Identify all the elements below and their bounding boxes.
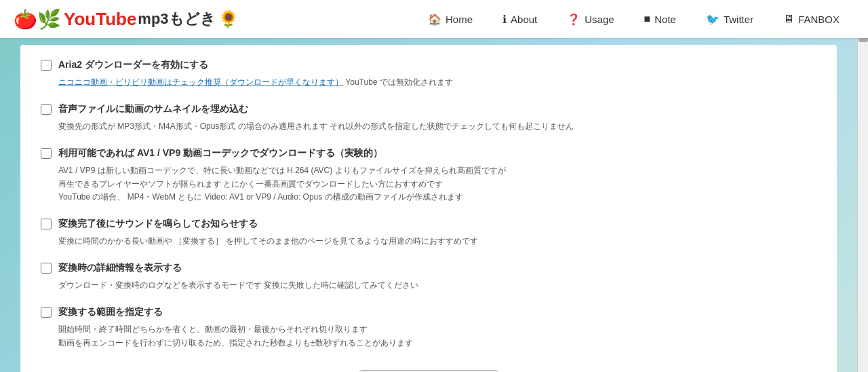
option-aria2-desc-text: YouTube では無効化されます (343, 77, 453, 87)
content-box: Aria2 ダウンローダーを有効にする ニコニコ動画・ビリビリ動画はチェック推奨… (20, 45, 837, 372)
option-sound-label: 変換完了後にサウンドを鳴らしてお知らせする (58, 217, 258, 231)
option-aria2-desc: ニコニコ動画・ビリビリ動画はチェック推奨（ダウンロードが早くなります） YouT… (58, 76, 816, 89)
checkbox-wrapper-av1vp9 (41, 148, 52, 162)
option-range-desc-line2: 動画を再エンコードを行わずに切り取るため、指定された秒数よりも±数秒ずれることが… (58, 337, 816, 350)
logo-icon: 🍅🌿 (14, 8, 61, 31)
home-icon: 🏠 (428, 13, 441, 26)
checkbox-thumbnail[interactable] (41, 104, 52, 115)
option-av1vp9-desc-line2: 再生できるプレイヤーやソフトが限られます とにかく一番高画質でダウンロードしたい… (58, 178, 816, 191)
logo-flower-icon: 🌻 (218, 10, 239, 29)
checkbox-wrapper-aria2 (41, 60, 52, 73)
logo-sub-text: mp3もどき (138, 9, 215, 29)
option-detail-desc: ダウンロード・変換時のログなどを表示するモードです 変換に失敗した時に確認してみ… (58, 279, 816, 292)
nav-note[interactable]: ■ Note (629, 0, 691, 38)
nav-usage-label: Usage (585, 14, 614, 25)
option-range-label: 変換する範囲を指定する (58, 305, 163, 319)
note-icon: ■ (644, 13, 651, 25)
nav-twitter[interactable]: 🐦 Twitter (691, 0, 768, 38)
nav-about-label: About (511, 14, 537, 25)
option-av1vp9-desc-line3: YouTube の場合、 MP4・WebM ともに Video: AV1 or … (58, 191, 816, 204)
checkbox-wrapper-thumbnail (41, 104, 52, 117)
question-icon: ❓ (567, 13, 580, 26)
info-icon: ℹ (502, 13, 507, 26)
checkbox-av1vp9[interactable] (41, 148, 52, 159)
nav-twitter-label: Twitter (724, 14, 753, 25)
option-thumbnail: 音声ファイルに動画のサムネイルを埋め込む 変換先の形式が MP3形式・M4A形式… (41, 103, 816, 133)
nav-usage[interactable]: ❓ Usage (552, 0, 629, 38)
logo-youtube-text: YouTube (64, 9, 136, 30)
option-sound-row: 変換完了後にサウンドを鳴らしてお知らせする (41, 217, 816, 232)
option-av1vp9: 利用可能であれば AV1 / VP9 動画コーデックでダウンロードする（実験的）… (41, 147, 816, 204)
option-thumbnail-label: 音声ファイルに動画のサムネイルを埋め込む (58, 103, 248, 116)
checkbox-wrapper-detail (41, 263, 52, 276)
option-av1vp9-desc: AV1 / VP9 は新しい動画コーデックで、特に長い動画などでは H.264 … (58, 164, 816, 204)
checkbox-aria2[interactable] (41, 60, 52, 71)
nav-note-label: Note (654, 14, 676, 25)
option-thumbnail-row: 音声ファイルに動画のサムネイルを埋め込む (41, 103, 816, 117)
option-av1vp9-desc-line1: AV1 / VP9 は新しい動画コーデックで、特に長い動画などでは H.264 … (58, 164, 816, 177)
option-aria2-row: Aria2 ダウンローダーを有効にする (41, 58, 816, 73)
checkbox-range[interactable] (41, 307, 52, 318)
option-aria2-label: Aria2 ダウンローダーを有効にする (58, 58, 208, 72)
option-av1vp9-label: 利用可能であれば AV1 / VP9 動画コーデックでダウンロードする（実験的） (58, 147, 382, 160)
nav-home[interactable]: 🏠 Home (413, 0, 488, 38)
header: 🍅🌿 YouTube mp3もどき 🌻 🏠 Home ℹ About ❓ Usa… (0, 0, 868, 38)
main-wrapper: Aria2 ダウンローダーを有効にする ニコニコ動画・ビリビリ動画はチェック推奨… (0, 38, 868, 372)
nav-about[interactable]: ℹ About (488, 0, 552, 38)
option-aria2: Aria2 ダウンローダーを有効にする ニコニコ動画・ビリビリ動画はチェック推奨… (41, 58, 816, 89)
option-detail: 変換時の詳細情報を表示する ダウンロード・変換時のログなどを表示するモードです … (41, 261, 816, 292)
option-range-desc-line1: 開始時間・終了時間どちらかを省くと、動画の最初・最後からそれぞれ切り取ります (58, 323, 816, 336)
main-nav: 🏠 Home ℹ About ❓ Usage ■ Note 🐦 Twitter … (413, 0, 854, 38)
twitter-icon: 🐦 (706, 13, 719, 26)
option-sound: 変換完了後にサウンドを鳴らしてお知らせする 変換に時間のかかる長い動画や ［変換… (41, 217, 816, 248)
option-range: 変換する範囲を指定する 開始時間・終了時間どちらかを省くと、動画の最初・最後から… (41, 305, 816, 349)
option-range-desc: 開始時間・終了時間どちらかを省くと、動画の最初・最後からそれぞれ切り取ります 動… (58, 323, 816, 349)
checkbox-sound[interactable] (41, 219, 52, 229)
logo: 🍅🌿 YouTube mp3もどき 🌻 (14, 8, 239, 31)
checkbox-wrapper-range (41, 307, 52, 320)
fanbox-icon: 🖥 (783, 13, 794, 25)
option-thumbnail-desc: 変換先の形式が MP3形式・M4A形式・Opus形式 の場合のみ適用されます そ… (58, 120, 816, 133)
option-detail-row: 変換時の詳細情報を表示する (41, 261, 816, 276)
option-detail-label: 変換時の詳細情報を表示する (58, 261, 182, 275)
checkbox-wrapper-sound (41, 219, 52, 232)
checkbox-detail[interactable] (41, 263, 52, 274)
option-range-row: 変換する範囲を指定する (41, 305, 816, 320)
nav-home-label: Home (446, 14, 473, 25)
option-aria2-link[interactable]: ニコニコ動画・ビリビリ動画はチェック推奨（ダウンロードが早くなります） (58, 77, 343, 87)
option-sound-desc: 変換に時間のかかる長い動画や ［変換する］ を押してそのまま他のページを見てるよ… (58, 235, 816, 248)
nav-fanbox-label: FANBOX (798, 14, 840, 25)
option-av1vp9-row: 利用可能であれば AV1 / VP9 動画コーデックでダウンロードする（実験的） (41, 147, 816, 162)
nav-fanbox[interactable]: 🖥 FANBOX (768, 0, 854, 38)
